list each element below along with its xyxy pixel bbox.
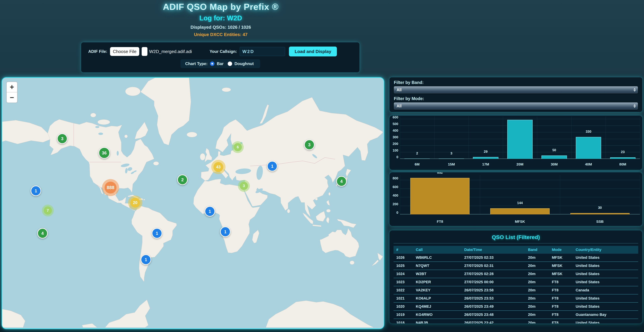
radio-doughnut-label[interactable]: Doughnut	[234, 61, 254, 66]
x-axis-label: 6M	[400, 162, 434, 166]
map-cluster-marker[interactable]: 3	[238, 180, 250, 192]
map-marker[interactable]: 1	[204, 206, 215, 217]
callsign-label: Your Callsign:	[210, 49, 237, 54]
qso-col-header: Mode	[549, 246, 573, 254]
file-name: W2D_merged.adif.adi	[149, 49, 192, 54]
qso-table-header-row: #CallDate/TimeBandModeCountry/Entity	[394, 246, 638, 254]
qso-col-header: Call	[413, 246, 462, 254]
radio-bar-label[interactable]: Bar	[217, 61, 224, 66]
bar-value-label: 29	[468, 150, 503, 154]
map-marker[interactable]: 4	[37, 228, 48, 239]
select-arrows-icon	[634, 102, 636, 110]
y-tick-label: 500	[390, 122, 398, 126]
y-tick-label: 400	[390, 194, 398, 197]
bar-value-label: 330	[572, 130, 606, 134]
map-marker[interactable]: 36	[98, 147, 110, 159]
log-subtitle: Log for: W2D	[0, 14, 442, 22]
zoom-in-button[interactable]: +	[7, 82, 17, 92]
chart-type-group: Chart Type: Bar Doughnut	[180, 59, 260, 68]
x-axis-label: 80M	[606, 162, 640, 166]
bar-value-label: 30	[560, 206, 640, 210]
unique-dxcc: Unique DXCC Entities: 47	[0, 32, 442, 37]
bar-value-label: 852	[400, 172, 480, 175]
radio-bar[interactable]	[210, 61, 214, 66]
x-axis-label: 17M	[468, 162, 503, 166]
map-panel[interactable]: + − 33643631288831207141411	[2, 77, 384, 329]
file-input-chip[interactable]	[142, 47, 148, 56]
bar-20M	[507, 120, 532, 159]
qso-col-header: Date/Time	[462, 246, 525, 254]
page-title: ADIF QSO Map by Prefix ®	[0, 2, 442, 12]
map-marker[interactable]: 1	[152, 228, 162, 239]
qso-col-header: Country/Entity	[573, 246, 638, 254]
bar-MFSK	[490, 208, 550, 214]
bar-6M	[404, 159, 430, 159]
filter-band-label: Filter by Band:	[394, 80, 638, 85]
qso-table-row: 1020KQ4MEJ26/07/2025 23:4920mFT8United S…	[394, 303, 638, 311]
bar-FT8	[410, 178, 470, 214]
qso-table-row: 1024W2BT27/07/2025 02:2820mMFSKUnited St…	[394, 270, 638, 278]
map-marker[interactable]: 3	[304, 139, 314, 150]
qso-table: #CallDate/TimeBandModeCountry/Entity 102…	[394, 246, 638, 324]
bar-value-label: 3	[434, 151, 469, 155]
x-axis-label: FT8	[400, 220, 480, 224]
bar-value-label: 144	[480, 201, 560, 205]
choose-file-button[interactable]: Choose File	[110, 47, 139, 56]
select-arrows-icon	[634, 86, 636, 93]
bar-17M	[473, 157, 498, 159]
qso-table-row: 1025N7QWT27/07/2025 02:3120mMFSKUnited S…	[394, 262, 638, 270]
map-marker[interactable]: 2	[177, 175, 188, 185]
x-axis-label: 30M	[537, 162, 572, 166]
map-marker[interactable]: 4	[336, 176, 347, 187]
x-axis-label: 15M	[434, 162, 469, 166]
world-map	[2, 78, 382, 328]
x-axis-label: SSB	[560, 220, 640, 224]
mode-chart-panel: 0200400600800852FT8144MFSK30SSB	[390, 172, 642, 226]
y-tick-label: 300	[390, 135, 398, 139]
header: ADIF QSO Map by Prefix ® Log for: W2D Di…	[0, 0, 442, 37]
chart-type-label: Chart Type:	[185, 61, 208, 66]
map-marker[interactable]: 1	[220, 227, 230, 237]
bar-40M	[576, 137, 601, 159]
callsign-input[interactable]: W2D	[240, 47, 285, 56]
y-tick-label: 0	[390, 155, 398, 159]
qso-table-row: 1019KG4RWO26/07/2025 23:4820mFT8Guantana…	[394, 311, 638, 319]
radio-doughnut[interactable]	[228, 61, 232, 66]
qso-table-row: 1018N4RJB26/07/2025 23:4220mFT8United St…	[394, 319, 638, 324]
right-column: Filter by Band: All Filter by Mode: All …	[390, 77, 642, 325]
map-cluster-marker[interactable]: 7	[42, 205, 54, 217]
qso-col-header: #	[394, 246, 413, 254]
qso-col-header: Band	[525, 246, 549, 254]
x-axis-label: MFSK	[480, 220, 560, 224]
map-marker[interactable]: 3	[57, 133, 68, 144]
map-marker[interactable]: 1	[30, 186, 41, 196]
control-panel: ADIF File: Choose File W2D_merged.adif.a…	[81, 42, 360, 72]
qso-divider	[394, 243, 638, 244]
band-filter-select[interactable]: All	[394, 86, 638, 93]
y-tick-label: 200	[390, 202, 398, 206]
y-tick-label: 800	[390, 176, 398, 180]
bar-value-label: 2	[400, 151, 434, 155]
band-chart-panel: 010020030040050060026M315M2917M58920M503…	[390, 115, 642, 170]
y-tick-label: 600	[390, 185, 398, 189]
bar-value-label: 50	[537, 148, 572, 152]
bar-SSB	[570, 213, 630, 214]
map-cluster-marker[interactable]: 888	[102, 179, 119, 196]
map-cluster-marker[interactable]: 43	[211, 160, 226, 174]
map-cluster-marker[interactable]: 6	[232, 141, 244, 153]
y-tick-label: 0	[390, 211, 398, 215]
map-marker[interactable]: 1	[267, 161, 278, 171]
zoom-out-button[interactable]: −	[7, 92, 17, 103]
qso-table-row: 1023KD2PER27/07/2025 00:0020mFT8United S…	[394, 278, 638, 286]
y-tick-label: 400	[390, 128, 398, 132]
map-marker[interactable]: 1	[141, 254, 151, 265]
load-and-display-button[interactable]: Load and Display	[289, 46, 337, 56]
y-tick-label: 200	[390, 142, 398, 146]
y-tick-label: 600	[390, 115, 398, 119]
bar-15M	[439, 159, 464, 159]
mode-filter-select[interactable]: All	[394, 102, 638, 110]
bar-80M	[610, 157, 636, 159]
y-tick-label: 100	[390, 148, 398, 152]
bar-value-label: 23	[606, 150, 640, 154]
map-cluster-marker[interactable]: 20	[128, 196, 142, 210]
